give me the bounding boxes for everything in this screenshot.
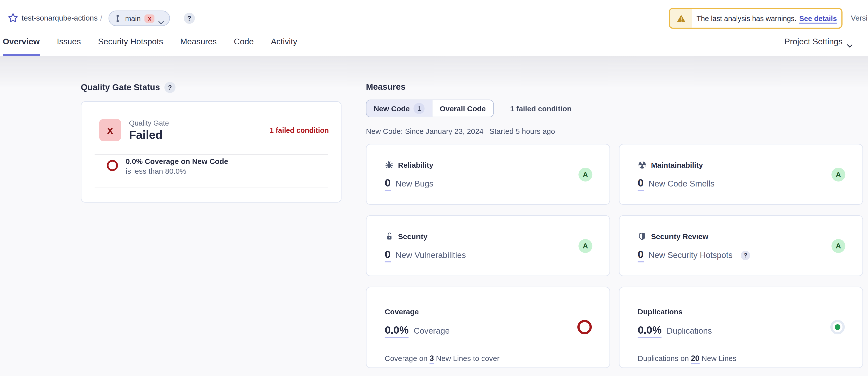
security-title: Security bbox=[398, 232, 428, 240]
new-bugs-count[interactable]: 0 bbox=[384, 178, 391, 191]
failed-conditions-count: 1 failed condition bbox=[270, 126, 329, 134]
measures-grid: Reliability 0 New Bugs A Maintainability bbox=[366, 144, 863, 368]
duplications-percent[interactable]: 0.0% bbox=[638, 325, 662, 338]
warning-message: The last analysis has warnings. See deta… bbox=[692, 9, 841, 28]
branch-failed-badge: x bbox=[145, 14, 155, 22]
warning-text: The last analysis has warnings. bbox=[696, 14, 797, 22]
new-lines-to-cover-count[interactable]: 3 bbox=[430, 354, 434, 364]
tab-code[interactable]: Code bbox=[234, 37, 254, 46]
chevron-down-icon bbox=[847, 40, 852, 43]
coverage-footer-prefix: Coverage on bbox=[384, 354, 428, 363]
divider bbox=[95, 188, 328, 188]
duplications-card: Duplications 0.0% Duplications Duplicati… bbox=[619, 287, 863, 368]
security-review-title: Security Review bbox=[651, 232, 708, 240]
quality-gate-card: x Quality Gate Failed 1 failed condition… bbox=[81, 101, 341, 202]
tab-overview[interactable]: Overview bbox=[3, 37, 40, 46]
branch-selector[interactable]: main x bbox=[108, 10, 170, 26]
new-vulnerabilities-label: New Vulnerabilities bbox=[396, 250, 466, 260]
new-lines-count[interactable]: 20 bbox=[691, 354, 700, 364]
measures-failed-condition-label: 1 failed condition bbox=[510, 104, 571, 113]
maintainability-card: Maintainability 0 New Code Smells A bbox=[619, 144, 863, 205]
coverage-title: Coverage bbox=[384, 308, 419, 316]
branch-icon bbox=[114, 14, 121, 22]
tab-issues[interactable]: Issues bbox=[57, 37, 81, 46]
failed-condition-subtitle: is less than 80.0% bbox=[126, 167, 186, 176]
shield-icon bbox=[638, 232, 647, 241]
new-code-smells-label: New Code Smells bbox=[649, 179, 715, 188]
reliability-card: Reliability 0 New Bugs A bbox=[366, 144, 610, 205]
new-bugs-label: New Bugs bbox=[396, 179, 434, 188]
divider bbox=[95, 154, 328, 155]
overall-code-tab-label: Overall Code bbox=[440, 104, 486, 113]
quality-gate-section-title: Quality Gate Status bbox=[81, 83, 160, 93]
coverage-ring-icon bbox=[578, 320, 592, 334]
favorite-star-icon[interactable] bbox=[8, 13, 18, 23]
page: test-sonarqube-actions / main x ? The la… bbox=[0, 0, 868, 376]
failed-condition-title[interactable]: 0.0% Coverage on New Code bbox=[126, 157, 228, 165]
security-rating-badge: A bbox=[579, 239, 592, 253]
project-settings-label: Project Settings bbox=[784, 37, 842, 46]
project-nav: Overview Issues Security Hotspots Measur… bbox=[0, 34, 868, 56]
coverage-footer-suffix: New Lines to cover bbox=[436, 354, 499, 363]
overview-content: Quality Gate Status ? x Quality Gate Fai… bbox=[0, 56, 868, 376]
security-card: Security 0 New Vulnerabilities A bbox=[366, 215, 610, 276]
duplications-indicator-icon bbox=[830, 320, 845, 334]
chevron-down-icon bbox=[158, 17, 164, 20]
new-code-count-badge: 1 bbox=[414, 103, 425, 114]
new-security-hotspots-count[interactable]: 0 bbox=[638, 249, 644, 262]
failed-x-icon: x bbox=[99, 119, 121, 141]
coverage-label: Coverage bbox=[414, 326, 450, 335]
breadcrumb-project[interactable]: test-sonarqube-actions bbox=[22, 14, 97, 22]
duplications-footer-suffix: New Lines bbox=[702, 354, 736, 363]
analysis-warning-banner: The last analysis has warnings. See deta… bbox=[669, 8, 842, 29]
breadcrumb-separator: / bbox=[100, 14, 102, 22]
maintainability-title: Maintainability bbox=[651, 161, 703, 169]
project-settings-menu[interactable]: Project Settings bbox=[784, 37, 852, 46]
code-scope-toggle: New Code 1 Overall Code bbox=[366, 99, 493, 117]
bug-icon bbox=[384, 160, 393, 169]
coverage-percent[interactable]: 0.0% bbox=[384, 325, 409, 338]
warning-icon bbox=[670, 9, 692, 28]
period-started-text: Started 5 hours ago bbox=[489, 127, 555, 136]
quality-gate-label: Quality Gate bbox=[129, 119, 169, 127]
quality-gate-help-icon[interactable]: ? bbox=[164, 82, 176, 93]
period-text: New Code: Since January 23, 2024 bbox=[366, 127, 484, 136]
quality-gate-status: Failed bbox=[129, 128, 162, 142]
overall-code-tab[interactable]: Overall Code bbox=[433, 100, 493, 117]
reliability-title: Reliability bbox=[398, 161, 433, 169]
duplications-footer-prefix: Duplications on bbox=[638, 354, 689, 363]
maintainability-rating-badge: A bbox=[831, 167, 845, 181]
coverage-ring-icon bbox=[107, 160, 118, 171]
new-code-period: New Code: Since January 23, 2024 Started… bbox=[366, 127, 863, 136]
new-code-tab[interactable]: New Code 1 bbox=[367, 100, 433, 117]
tab-security-hotspots[interactable]: Security Hotspots bbox=[98, 37, 163, 46]
new-code-tab-label: New Code bbox=[374, 104, 410, 113]
lock-icon bbox=[384, 232, 393, 241]
security-review-card: Security Review 0 New Security Hotspots … bbox=[619, 215, 863, 276]
tab-measures[interactable]: Measures bbox=[180, 37, 217, 46]
security-hotspots-help-icon[interactable]: ? bbox=[741, 250, 750, 260]
new-security-hotspots-label: New Security Hotspots bbox=[649, 250, 733, 260]
coverage-footer: Coverage on 3 New Lines to cover bbox=[384, 354, 499, 363]
measures-section: Measures New Code 1 Overall Code 1 faile… bbox=[366, 82, 863, 368]
branch-name: main bbox=[125, 14, 141, 22]
new-vulnerabilities-count[interactable]: 0 bbox=[384, 249, 391, 262]
duplications-footer: Duplications on 20 New Lines bbox=[638, 354, 737, 363]
duplications-label: Duplications bbox=[667, 326, 712, 335]
breadcrumb: test-sonarqube-actions / main x ? The la… bbox=[0, 0, 868, 34]
duplications-title: Duplications bbox=[638, 308, 683, 316]
quality-gate-section: Quality Gate Status ? x Quality Gate Fai… bbox=[81, 82, 341, 202]
top-header: test-sonarqube-actions / main x ? The la… bbox=[0, 0, 868, 56]
new-code-smells-count[interactable]: 0 bbox=[638, 178, 644, 191]
reliability-rating-badge: A bbox=[579, 167, 592, 181]
code-smell-icon bbox=[638, 160, 647, 169]
coverage-card: Coverage 0.0% Coverage Coverage on 3 New… bbox=[366, 287, 610, 368]
see-details-link[interactable]: See details bbox=[799, 14, 837, 22]
security-review-rating-badge: A bbox=[831, 239, 845, 253]
branch-help-icon[interactable]: ? bbox=[184, 13, 195, 24]
tab-activity[interactable]: Activity bbox=[271, 37, 297, 46]
version-label: Versi bbox=[851, 14, 868, 22]
active-tab-indicator bbox=[3, 54, 40, 56]
measures-section-title: Measures bbox=[366, 82, 405, 92]
